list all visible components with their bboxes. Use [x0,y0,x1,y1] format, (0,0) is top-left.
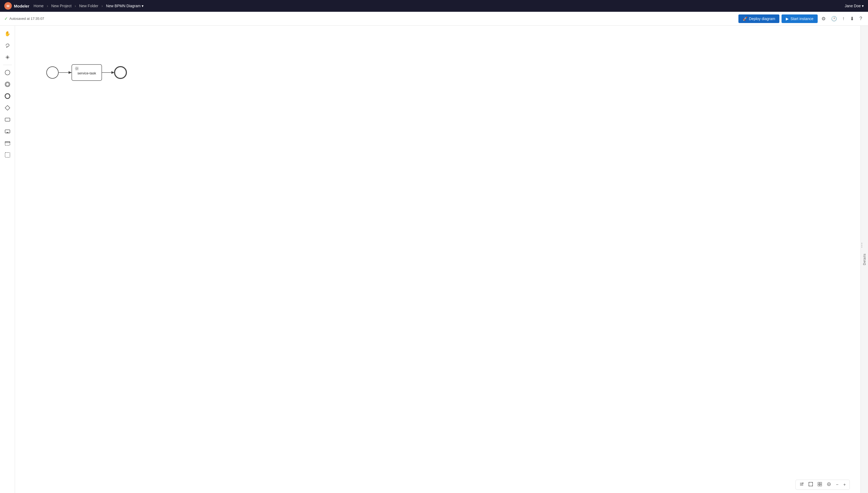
details-label: Details [863,254,866,265]
deploy-icon: 🚀 [743,17,747,21]
connections-icon: ⚙ [821,16,826,21]
start-instance-button[interactable]: ▶ Start instance [782,15,818,23]
lasso-icon [5,43,10,48]
fit-icon [808,482,813,486]
hand-tool-button[interactable]: ✋ [2,28,13,39]
align-button[interactable] [798,481,805,489]
start-event[interactable] [47,67,58,79]
svg-rect-26 [818,485,820,486]
center-button[interactable] [825,481,833,489]
breadcrumb-project[interactable]: New Project [51,4,71,8]
autosave-check-icon: ✓ [4,16,8,21]
help-icon: ? [860,16,862,21]
nav-left: M Modeler Home › New Project › New Folde… [4,2,144,9]
svg-marker-10 [5,105,10,110]
end-event-icon [4,93,10,99]
svg-rect-27 [820,485,822,486]
hand-icon: ✋ [4,31,10,37]
group-tool[interactable] [2,138,13,149]
end-event-tool[interactable] [2,91,13,102]
connect-tool-button[interactable] [2,52,13,63]
group-icon [4,140,10,146]
intermediate-event-tool[interactable] [2,79,13,90]
zoom-out-button[interactable]: − [834,481,840,488]
service-task-label: service-task [77,71,96,75]
details-handle-icon [861,242,863,248]
canvas-area[interactable]: service-task [15,26,861,493]
start-event-icon [4,70,10,76]
task-icon [4,117,10,123]
svg-rect-24 [818,482,820,484]
play-icon: ▶ [786,17,789,21]
breadcrumb-diagram[interactable]: New BPMN Diagram ▾ [106,4,144,8]
breadcrumb-home[interactable]: Home [34,4,44,8]
details-panel[interactable]: Details [861,26,868,493]
top-navigation: M Modeler Home › New Project › New Folde… [0,0,868,12]
share-icon: ↑ [842,16,845,21]
autosave-status: ✓ Autosaved at 17:35:07 [4,16,44,21]
toolbar-bar: ✓ Autosaved at 17:35:07 🚀 Deploy diagram… [0,12,868,26]
svg-rect-16 [5,142,10,143]
app-logo: M [4,2,12,9]
grid-button[interactable] [816,481,824,489]
svg-rect-15 [5,142,10,145]
autosave-text: Autosaved at 17:35:07 [9,17,44,21]
align-icon [800,482,804,486]
history-button[interactable]: 🕐 [829,14,839,23]
intermediate-event-icon [4,81,10,87]
svg-point-6 [5,70,10,75]
svg-point-8 [6,83,9,86]
center-icon [827,482,831,486]
share-button[interactable]: ↑ [841,14,846,23]
sep2: › [75,4,76,8]
divider1 [3,65,12,65]
zoom-in-icon: + [843,482,846,487]
connect-icon [5,55,10,60]
sep3: › [102,4,103,8]
bpmn-diagram: service-task [37,52,144,95]
history-icon: 🕐 [831,16,837,21]
tools-panel: ✋ [0,26,15,493]
user-menu[interactable]: Jane Doe ▾ [845,4,864,8]
fit-button[interactable] [807,481,814,489]
nav-right: Jane Doe ▾ [845,4,864,8]
gateway-icon [4,105,10,111]
deploy-diagram-button[interactable]: 🚀 Deploy diagram [738,15,779,23]
app-name: Modeler [14,4,29,8]
svg-point-9 [5,94,10,99]
lasso-tool-button[interactable] [2,40,13,51]
breadcrumb-folder[interactable]: New Folder [79,4,99,8]
help-button[interactable]: ? [858,14,864,23]
arrow-1 [68,71,72,74]
svg-rect-17 [5,153,10,157]
connections-button[interactable]: ⚙ [820,14,827,23]
main-area: ✋ [0,26,868,493]
bottom-toolbar: − + [796,479,850,490]
subprocess-tool[interactable] [2,126,13,137]
svg-point-22 [802,483,803,484]
svg-rect-11 [5,118,10,121]
toolbar-actions: 🚀 Deploy diagram ▶ Start instance ⚙ 🕐 ↑ … [738,14,864,23]
svg-rect-25 [820,482,822,484]
grid-icon [818,482,822,486]
task-tool[interactable] [2,114,13,125]
gateway-tool[interactable] [2,103,13,113]
zoom-out-icon: − [836,482,838,487]
download-icon: ⬇ [850,16,854,21]
start-event-tool[interactable] [2,67,13,78]
lasso-select-tool[interactable] [2,150,13,160]
sep1: › [47,4,48,8]
zoom-in-button[interactable]: + [842,481,847,488]
download-button[interactable]: ⬇ [848,14,856,23]
svg-rect-23 [809,482,812,486]
lasso-select-icon [4,152,10,158]
subprocess-icon [4,128,10,134]
end-event[interactable] [114,67,126,79]
